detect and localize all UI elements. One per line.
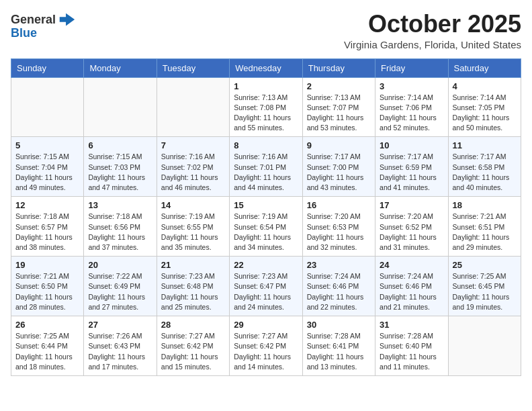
day-info: Sunrise: 7:19 AM Sunset: 6:55 PM Dayligh… (161, 212, 225, 253)
day-info: Sunrise: 7:25 AM Sunset: 6:44 PM Dayligh… (15, 331, 79, 372)
day-info: Sunrise: 7:20 AM Sunset: 6:52 PM Dayligh… (380, 212, 443, 253)
calendar-cell: 25Sunrise: 7:25 AM Sunset: 6:45 PM Dayli… (448, 257, 521, 316)
weekday-monday: Monday (84, 58, 157, 77)
calendar-week-5: 26Sunrise: 7:25 AM Sunset: 6:44 PM Dayli… (11, 316, 521, 376)
weekday-thursday: Thursday (302, 58, 375, 77)
day-number: 1 (234, 81, 298, 91)
day-number: 29 (234, 320, 298, 330)
weekday-sunday: Sunday (11, 58, 84, 77)
day-info: Sunrise: 7:23 AM Sunset: 6:47 PM Dayligh… (234, 271, 298, 312)
day-info: Sunrise: 7:24 AM Sunset: 6:46 PM Dayligh… (380, 271, 443, 312)
calendar-cell: 18Sunrise: 7:21 AM Sunset: 6:51 PM Dayli… (448, 197, 521, 257)
calendar-cell (157, 77, 229, 137)
day-info: Sunrise: 7:24 AM Sunset: 6:46 PM Dayligh… (307, 271, 371, 312)
day-info: Sunrise: 7:13 AM Sunset: 7:08 PM Dayligh… (234, 93, 298, 134)
day-info: Sunrise: 7:21 AM Sunset: 6:51 PM Dayligh… (453, 212, 517, 253)
logo: General Blue (11, 11, 76, 40)
calendar-cell: 30Sunrise: 7:28 AM Sunset: 6:41 PM Dayli… (302, 316, 375, 376)
calendar-cell: 16Sunrise: 7:20 AM Sunset: 6:53 PM Dayli… (302, 197, 375, 257)
calendar-week-2: 5Sunrise: 7:15 AM Sunset: 7:04 PM Daylig… (11, 137, 521, 197)
day-number: 7 (161, 140, 225, 150)
calendar-week-4: 19Sunrise: 7:21 AM Sunset: 6:50 PM Dayli… (11, 257, 521, 316)
calendar-cell: 27Sunrise: 7:26 AM Sunset: 6:43 PM Dayli… (84, 316, 157, 376)
day-number: 31 (380, 320, 443, 330)
day-info: Sunrise: 7:18 AM Sunset: 6:57 PM Dayligh… (15, 212, 79, 253)
day-number: 10 (380, 140, 443, 150)
day-info: Sunrise: 7:14 AM Sunset: 7:05 PM Dayligh… (453, 93, 517, 134)
calendar-cell: 28Sunrise: 7:27 AM Sunset: 6:42 PM Dayli… (157, 316, 229, 376)
day-number: 8 (234, 140, 298, 150)
calendar-cell: 5Sunrise: 7:15 AM Sunset: 7:04 PM Daylig… (11, 137, 84, 197)
day-info: Sunrise: 7:13 AM Sunset: 7:07 PM Dayligh… (307, 93, 371, 134)
day-info: Sunrise: 7:15 AM Sunset: 7:04 PM Dayligh… (15, 152, 79, 193)
calendar-cell: 23Sunrise: 7:24 AM Sunset: 6:46 PM Dayli… (302, 257, 375, 316)
day-info: Sunrise: 7:21 AM Sunset: 6:50 PM Dayligh… (15, 271, 79, 312)
day-info: Sunrise: 7:17 AM Sunset: 7:00 PM Dayligh… (307, 152, 371, 193)
calendar-cell: 8Sunrise: 7:16 AM Sunset: 7:01 PM Daylig… (230, 137, 302, 197)
day-info: Sunrise: 7:22 AM Sunset: 6:49 PM Dayligh… (88, 271, 152, 312)
calendar-cell: 9Sunrise: 7:17 AM Sunset: 7:00 PM Daylig… (302, 137, 375, 197)
day-info: Sunrise: 7:27 AM Sunset: 6:42 PM Dayligh… (161, 331, 225, 372)
day-info: Sunrise: 7:14 AM Sunset: 7:06 PM Dayligh… (380, 93, 443, 134)
calendar-cell: 3Sunrise: 7:14 AM Sunset: 7:06 PM Daylig… (375, 77, 448, 137)
day-number: 20 (88, 260, 152, 270)
day-info: Sunrise: 7:25 AM Sunset: 6:45 PM Dayligh… (453, 271, 517, 312)
month-title: October 2025 (344, 11, 521, 38)
weekday-saturday: Saturday (448, 58, 521, 77)
day-number: 12 (15, 200, 79, 210)
weekday-tuesday: Tuesday (157, 58, 229, 77)
calendar-cell: 20Sunrise: 7:22 AM Sunset: 6:49 PM Dayli… (84, 257, 157, 316)
day-number: 30 (307, 320, 371, 330)
day-number: 28 (161, 320, 225, 330)
svg-marker-0 (60, 13, 75, 26)
day-number: 25 (453, 260, 517, 270)
calendar-cell: 17Sunrise: 7:20 AM Sunset: 6:52 PM Dayli… (375, 197, 448, 257)
day-number: 23 (307, 260, 371, 270)
calendar-cell: 14Sunrise: 7:19 AM Sunset: 6:55 PM Dayli… (157, 197, 229, 257)
day-number: 4 (453, 81, 517, 91)
day-number: 22 (234, 260, 298, 270)
day-info: Sunrise: 7:17 AM Sunset: 6:59 PM Dayligh… (380, 152, 443, 193)
day-info: Sunrise: 7:18 AM Sunset: 6:56 PM Dayligh… (88, 212, 152, 253)
day-info: Sunrise: 7:15 AM Sunset: 7:03 PM Dayligh… (88, 152, 152, 193)
day-number: 3 (380, 81, 443, 91)
day-number: 14 (161, 200, 225, 210)
calendar-cell: 6Sunrise: 7:15 AM Sunset: 7:03 PM Daylig… (84, 137, 157, 197)
calendar-cell: 2Sunrise: 7:13 AM Sunset: 7:07 PM Daylig… (302, 77, 375, 137)
calendar-cell: 7Sunrise: 7:16 AM Sunset: 7:02 PM Daylig… (157, 137, 229, 197)
calendar-cell: 21Sunrise: 7:23 AM Sunset: 6:48 PM Dayli… (157, 257, 229, 316)
day-number: 17 (380, 200, 443, 210)
day-number: 26 (15, 320, 79, 330)
calendar-cell (84, 77, 157, 137)
logo-general: General (11, 13, 56, 27)
calendar-cell: 22Sunrise: 7:23 AM Sunset: 6:47 PM Dayli… (230, 257, 302, 316)
calendar-table: SundayMondayTuesdayWednesdayThursdayFrid… (11, 58, 521, 376)
day-info: Sunrise: 7:28 AM Sunset: 6:40 PM Dayligh… (380, 331, 443, 372)
day-number: 18 (453, 200, 517, 210)
day-info: Sunrise: 7:16 AM Sunset: 7:01 PM Dayligh… (234, 152, 298, 193)
calendar-cell: 19Sunrise: 7:21 AM Sunset: 6:50 PM Dayli… (11, 257, 84, 316)
title-block: October 2025 Virginia Gardens, Florida, … (344, 11, 521, 50)
day-number: 16 (307, 200, 371, 210)
calendar-cell: 31Sunrise: 7:28 AM Sunset: 6:40 PM Dayli… (375, 316, 448, 376)
day-info: Sunrise: 7:28 AM Sunset: 6:41 PM Dayligh… (307, 331, 371, 372)
calendar-week-1: 1Sunrise: 7:13 AM Sunset: 7:08 PM Daylig… (11, 77, 521, 137)
day-number: 2 (307, 81, 371, 91)
calendar-cell: 12Sunrise: 7:18 AM Sunset: 6:57 PM Dayli… (11, 197, 84, 257)
page-header: General Blue October 2025 Virginia Garde… (11, 11, 521, 50)
day-number: 21 (161, 260, 225, 270)
calendar-cell: 29Sunrise: 7:27 AM Sunset: 6:42 PM Dayli… (230, 316, 302, 376)
day-info: Sunrise: 7:23 AM Sunset: 6:48 PM Dayligh… (161, 271, 225, 312)
logo-icon (57, 11, 76, 30)
calendar-cell: 1Sunrise: 7:13 AM Sunset: 7:08 PM Daylig… (230, 77, 302, 137)
day-info: Sunrise: 7:27 AM Sunset: 6:42 PM Dayligh… (234, 331, 298, 372)
calendar-cell: 26Sunrise: 7:25 AM Sunset: 6:44 PM Dayli… (11, 316, 84, 376)
day-info: Sunrise: 7:20 AM Sunset: 6:53 PM Dayligh… (307, 212, 371, 253)
day-number: 15 (234, 200, 298, 210)
location: Virginia Gardens, Florida, United States (344, 39, 521, 50)
day-number: 24 (380, 260, 443, 270)
calendar-cell: 11Sunrise: 7:17 AM Sunset: 6:58 PM Dayli… (448, 137, 521, 197)
day-number: 13 (88, 200, 152, 210)
calendar-body: 1Sunrise: 7:13 AM Sunset: 7:08 PM Daylig… (11, 77, 521, 375)
calendar-cell: 24Sunrise: 7:24 AM Sunset: 6:46 PM Dayli… (375, 257, 448, 316)
